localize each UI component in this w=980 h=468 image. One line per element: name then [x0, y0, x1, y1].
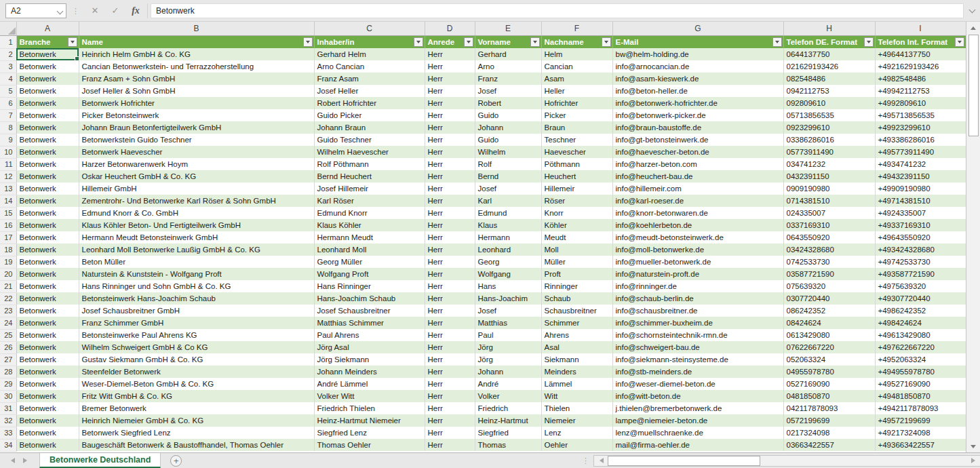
- cell-E31[interactable]: Friedrich: [475, 402, 541, 414]
- cell-C19[interactable]: Georg Müller: [314, 256, 425, 268]
- cell-D4[interactable]: Herr: [425, 73, 475, 85]
- cell-D10[interactable]: Herr: [425, 146, 475, 158]
- filter-dropdown-icon[interactable]: [602, 37, 611, 47]
- cell-I17[interactable]: +49643550920: [875, 231, 966, 243]
- cell-H15[interactable]: 024335007: [783, 207, 875, 219]
- cell-D34[interactable]: Herr: [425, 439, 475, 451]
- row-number[interactable]: 17: [0, 231, 16, 243]
- cell-H13[interactable]: 0909190980: [783, 182, 875, 195]
- cell-A5[interactable]: Betonwerk: [16, 85, 79, 97]
- cell-I30[interactable]: +49481850870: [875, 390, 966, 402]
- cell-C26[interactable]: Jörg Asal: [314, 341, 425, 353]
- cell-I34[interactable]: +493663422557: [875, 439, 966, 451]
- row-number[interactable]: 29: [0, 378, 16, 390]
- cell-F16[interactable]: Köhler: [541, 219, 612, 231]
- sheet-tab-betonwerke-deutschland[interactable]: Betonwerke Deutschland: [39, 453, 161, 468]
- cell-A21[interactable]: Betonwerk: [16, 280, 79, 292]
- cell-G21[interactable]: info@rinninger.de: [612, 280, 783, 292]
- cell-F13[interactable]: Hillemeir: [541, 182, 612, 195]
- cell-F11[interactable]: Pöthmann: [541, 158, 612, 170]
- cell-C22[interactable]: Hans-Joachim Schaub: [314, 292, 425, 305]
- cell-G10[interactable]: info@haevescher-beton.de: [612, 146, 783, 158]
- cell-E29[interactable]: André: [475, 378, 541, 390]
- cell-A11[interactable]: Betonwerk: [16, 158, 79, 170]
- cell-F27[interactable]: Siekmann: [541, 353, 612, 366]
- cell-D19[interactable]: Herr: [425, 256, 475, 268]
- cell-D9[interactable]: Herr: [425, 134, 475, 146]
- filter-dropdown-icon[interactable]: [414, 37, 423, 47]
- cell-C30[interactable]: Volker Witt: [314, 390, 425, 402]
- cell-I13[interactable]: +49909190980: [875, 182, 966, 195]
- cell-B17[interactable]: Hermann Meudt Betonsteinwerk GmbH: [79, 231, 314, 243]
- cell-I14[interactable]: +49714381510: [875, 195, 966, 207]
- cell-H29[interactable]: 0527169090: [783, 378, 875, 390]
- column-header-e[interactable]: E: [475, 22, 541, 35]
- cell-H19[interactable]: 0742533730: [783, 256, 875, 268]
- cell-B10[interactable]: Betonwerk Haevescher: [79, 146, 314, 158]
- cell-A22[interactable]: Betonwerk: [16, 292, 79, 305]
- table-column-header[interactable]: Telefon Int. Format: [875, 35, 966, 48]
- cell-D13[interactable]: Herr: [425, 182, 475, 195]
- cell-E34[interactable]: Thomas: [475, 439, 541, 451]
- column-header-h[interactable]: H: [783, 22, 875, 35]
- cell-H32[interactable]: 0572199699: [783, 414, 875, 427]
- cell-D20[interactable]: Herr: [425, 268, 475, 280]
- cell-D23[interactable]: Herr: [425, 305, 475, 317]
- cell-G33[interactable]: lenz@muellschraenke.de: [612, 427, 783, 439]
- cell-G29[interactable]: info@weser-diemel-beton.de: [612, 378, 783, 390]
- column-header-f[interactable]: F: [541, 22, 612, 35]
- cell-B26[interactable]: Wilhelm Schweigert GmbH & Co KG: [79, 341, 314, 353]
- row-number[interactable]: 25: [0, 329, 16, 341]
- row-number[interactable]: 1: [0, 35, 16, 48]
- cell-I15[interactable]: +4924335007: [875, 207, 966, 219]
- cell-I26[interactable]: +497622667220: [875, 341, 966, 353]
- cell-F26[interactable]: Asal: [541, 341, 612, 353]
- cell-B14[interactable]: Zementrohr- Und Betonwerke Karl Röser & …: [79, 195, 314, 207]
- cell-B31[interactable]: Bremer Betonwerk: [79, 402, 314, 414]
- cell-H7[interactable]: 05713856535: [783, 109, 875, 121]
- column-header-a[interactable]: A: [16, 22, 79, 35]
- cell-G6[interactable]: info@betonwerk-hofrichter.de: [612, 97, 783, 109]
- cell-A8[interactable]: Betonwerk: [16, 121, 79, 134]
- cell-I5[interactable]: +49942112753: [875, 85, 966, 97]
- formula-input[interactable]: Betonwerk: [151, 3, 964, 18]
- cell-F21[interactable]: Rinninger: [541, 280, 612, 292]
- cell-E16[interactable]: Klaus: [475, 219, 541, 231]
- cell-A31[interactable]: Betonwerk: [16, 402, 79, 414]
- cell-H20[interactable]: 03587721590: [783, 268, 875, 280]
- cell-F14[interactable]: Röser: [541, 195, 612, 207]
- cell-G30[interactable]: info@witt-beton.de: [612, 390, 783, 402]
- cell-C8[interactable]: Johann Braun: [314, 121, 425, 134]
- cell-F4[interactable]: Asam: [541, 73, 612, 85]
- cell-F23[interactable]: Schausbreitner: [541, 305, 612, 317]
- cell-C5[interactable]: Josef Heller: [314, 85, 425, 97]
- cell-G9[interactable]: info@gt-betonsteinwerk.de: [612, 134, 783, 146]
- cell-C17[interactable]: Hermann Meudt: [314, 231, 425, 243]
- row-number[interactable]: 24: [0, 317, 16, 329]
- cell-D29[interactable]: Herr: [425, 378, 475, 390]
- cell-G5[interactable]: info@beton-heller.de: [612, 85, 783, 97]
- cell-D22[interactable]: Herr: [425, 292, 475, 305]
- row-number[interactable]: 9: [0, 134, 16, 146]
- cell-E19[interactable]: Georg: [475, 256, 541, 268]
- cell-E33[interactable]: Siegfried: [475, 427, 541, 439]
- cell-A18[interactable]: Betonwerk: [16, 243, 79, 256]
- cell-D3[interactable]: Herr: [425, 60, 475, 73]
- table-column-header[interactable]: Branche: [16, 35, 79, 48]
- cell-E9[interactable]: Guido: [475, 134, 541, 146]
- cell-B9[interactable]: Betonwerkstein Guido Teschner: [79, 134, 314, 146]
- cell-F33[interactable]: Lenz: [541, 427, 612, 439]
- name-box-dropdown-icon[interactable]: [58, 6, 62, 16]
- sheet-nav-right-icon[interactable]: [23, 458, 30, 463]
- cell-A13[interactable]: Betonwerk: [16, 182, 79, 195]
- cell-E8[interactable]: Johann: [475, 121, 541, 134]
- cell-E7[interactable]: Guido: [475, 109, 541, 121]
- row-number[interactable]: 31: [0, 402, 16, 414]
- row-number[interactable]: 27: [0, 353, 16, 366]
- cell-D30[interactable]: Herr: [425, 390, 475, 402]
- cell-C25[interactable]: Paul Ahrens: [314, 329, 425, 341]
- cell-C29[interactable]: André Lämmel: [314, 378, 425, 390]
- row-number[interactable]: 13: [0, 182, 16, 195]
- cell-A33[interactable]: Betonwerk: [16, 427, 79, 439]
- cell-A4[interactable]: Betonwerk: [16, 73, 79, 85]
